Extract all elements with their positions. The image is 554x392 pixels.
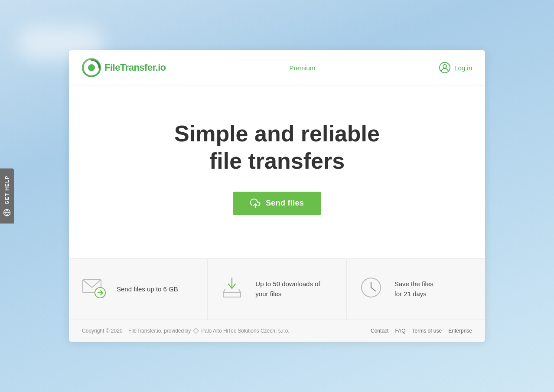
footer: Copyright © 2020 – FileTransfer.io, prov…: [69, 320, 485, 342]
logo-text: FileTransfer.io: [104, 62, 166, 73]
hero-title-line2: file transfers: [209, 148, 345, 173]
feature-downloads-text: Up to 50 downloads ofyour files: [255, 279, 320, 299]
feature-save-days: Save the filesfor 21 days: [347, 259, 485, 320]
svg-point-3: [88, 64, 95, 71]
svg-marker-18: [193, 328, 199, 333]
footer-links: Contact · FAQ · Terms of use · Enterpris…: [371, 328, 472, 334]
upload-cloud-icon: [250, 199, 261, 208]
login-area[interactable]: Log in: [439, 62, 472, 74]
main-card: FileTransfer.io Premium Log in Simple an…: [69, 50, 485, 342]
get-help-sidebar[interactable]: GET HELP: [0, 168, 14, 223]
faq-link[interactable]: FAQ: [395, 328, 405, 334]
globe-icon: [3, 209, 11, 217]
separator-1: ·: [391, 328, 392, 333]
svg-line-17: [371, 287, 375, 291]
send-size-icon-wrap: [82, 276, 108, 302]
user-icon: [439, 62, 451, 74]
box-download-icon: [221, 276, 243, 299]
svg-point-5: [443, 65, 446, 68]
get-help-tab[interactable]: GET HELP: [0, 168, 14, 223]
login-link[interactable]: Log in: [454, 64, 472, 72]
logo-main: FileTransfer: [104, 62, 156, 73]
logo-ext: .io: [156, 62, 166, 73]
separator-3: ·: [444, 328, 446, 333]
footer-copyright-text: Copyright © 2020 – FileTransfer.io, prov…: [82, 328, 191, 334]
terms-link[interactable]: Terms of use: [412, 328, 442, 334]
get-help-label: GET HELP: [4, 175, 10, 204]
feature-send-size-text: Send files up to 6 GB: [117, 284, 178, 294]
footer-provider: Palo Alto HiTec Solutions Czech, s.r.o.: [201, 328, 289, 334]
downloads-icon-wrap: [221, 276, 247, 302]
hero-section: Simple and reliable file transfers Send …: [69, 85, 485, 258]
hero-title-line1: Simple and reliable: [174, 121, 380, 146]
header-nav: Premium: [289, 64, 315, 72]
header: FileTransfer.io Premium Log in: [69, 50, 485, 85]
save-days-icon-wrap: [360, 276, 386, 302]
features-section: Send files up to 6 GB Up to 50 downloa: [69, 258, 485, 320]
envelope-arrow-icon: [82, 276, 107, 298]
premium-link[interactable]: Premium: [289, 64, 315, 72]
feature-send-size: Send files up to 6 GB: [69, 259, 208, 320]
hero-title: Simple and reliable file transfers: [82, 120, 472, 174]
enterprise-link[interactable]: Enterprise: [448, 328, 472, 334]
contact-link[interactable]: Contact: [371, 328, 388, 334]
send-button-label: Send files: [266, 199, 304, 208]
provider-logo-icon: [193, 328, 199, 334]
send-files-button[interactable]: Send files: [233, 192, 321, 215]
logo-area: FileTransfer.io: [82, 58, 166, 77]
logo-icon: [82, 58, 101, 77]
footer-copyright: Copyright © 2020 – FileTransfer.io, prov…: [82, 328, 290, 334]
feature-save-days-text: Save the filesfor 21 days: [394, 279, 433, 299]
feature-downloads: Up to 50 downloads ofyour files: [208, 259, 346, 320]
clock-icon: [360, 276, 382, 299]
separator-2: ·: [408, 328, 409, 333]
